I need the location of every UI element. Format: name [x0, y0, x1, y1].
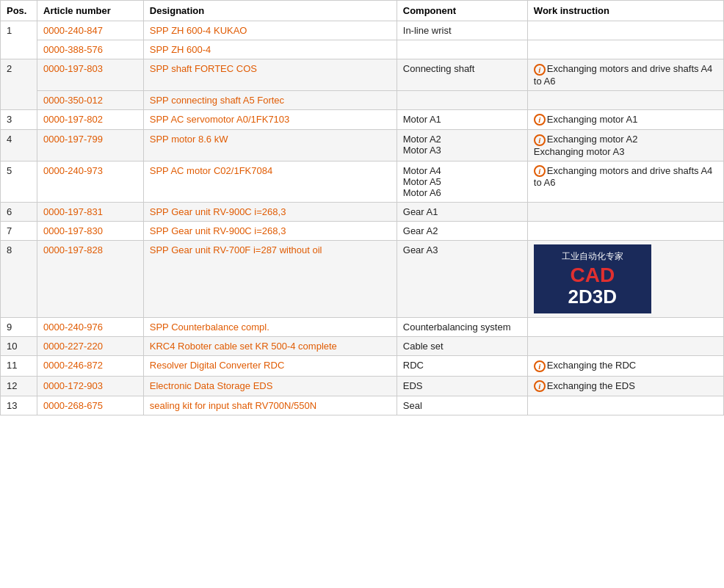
pos-cell: 9 — [1, 318, 37, 337]
pos-cell: 5 — [1, 161, 37, 202]
designation-cell[interactable]: KRC4 Roboter cable set KR 500-4 complete — [143, 337, 397, 356]
info-icon[interactable]: i — [534, 360, 546, 372]
work-instruction-cell: iExchanging motor A1 — [527, 109, 723, 130]
component-cell — [397, 40, 527, 59]
work-instruction-text: Exchanging the RDC — [547, 360, 636, 371]
pos-cell: 8 — [1, 240, 37, 317]
pos-cell: 10 — [1, 337, 37, 356]
component-cell: Gear A1 — [397, 202, 527, 221]
pos-cell: 7 — [1, 221, 37, 240]
component-cell: Motor A1 — [397, 109, 527, 130]
article-cell[interactable]: 0000-197-799 — [37, 130, 144, 161]
article-cell[interactable]: 0000-240-976 — [37, 318, 144, 337]
designation-cell[interactable]: SPP shaft FORTEC COS — [143, 59, 397, 91]
designation-cell[interactable]: SPP AC servomotor A0/1FK7103 — [143, 109, 397, 130]
cad-top-text: 工业自动化专家 — [541, 250, 644, 263]
article-cell[interactable]: 0000-350-012 — [37, 90, 144, 109]
article-cell[interactable]: 0000-240-973 — [37, 161, 144, 202]
table-row: 20000-197-803SPP shaft FORTEC COSConnect… — [1, 59, 724, 91]
pos-cell: 13 — [1, 396, 37, 415]
article-cell[interactable]: 0000-246-872 — [37, 356, 144, 377]
cad-sub-text: 2D3D — [541, 286, 644, 308]
cad-badge: 工业自动化专家CAD2D3D — [534, 244, 651, 313]
work-instruction-cell — [527, 221, 723, 240]
pos-cell: 11 — [1, 356, 37, 377]
work-instruction-cell: iExchanging motors and drive shafts A4 t… — [527, 59, 723, 91]
header-article: Article number — [37, 1, 144, 21]
work-instruction-text: Exchanging motors and drive shafts A4 to… — [534, 165, 712, 189]
designation-cell[interactable]: SPP motor 8.6 kW — [143, 130, 397, 161]
table-row: 40000-197-799SPP motor 8.6 kWMotor A2Mot… — [1, 130, 724, 161]
work-instruction-cell: 工业自动化专家CAD2D3D — [527, 240, 723, 317]
article-cell[interactable]: 0000-388-576 — [37, 40, 144, 59]
component-cell: Gear A3 — [397, 240, 527, 317]
table-row: 60000-197-831SPP Gear unit RV-900C i=268… — [1, 202, 724, 221]
article-cell[interactable]: 0000-172-903 — [37, 376, 144, 396]
component-cell: Counterbalancing system — [397, 318, 527, 337]
article-cell[interactable]: 0000-197-802 — [37, 109, 144, 130]
article-cell[interactable]: 0000-227-220 — [37, 337, 144, 356]
designation-cell[interactable]: SPP connecting shaft A5 Fortec — [143, 90, 397, 109]
info-icon[interactable]: i — [534, 165, 546, 177]
table-row: 90000-240-976SPP Counterbalance compl.Co… — [1, 318, 724, 337]
pos-cell: 6 — [1, 202, 37, 221]
article-cell[interactable]: 0000-197-803 — [37, 59, 144, 91]
header-work-instruction: Work instruction — [527, 1, 723, 21]
article-cell[interactable]: 0000-240-847 — [37, 21, 144, 40]
header-designation: Designation — [143, 1, 397, 21]
component-cell: In-line wrist — [397, 21, 527, 40]
table-row: 0000-388-576SPP ZH 600-4 — [1, 40, 724, 59]
component-cell: Motor A4Motor A5Motor A6 — [397, 161, 527, 202]
article-cell[interactable]: 0000-197-831 — [37, 202, 144, 221]
work-instruction-cell — [527, 40, 723, 59]
work-instruction-cell: iExchanging motors and drive shafts A4 t… — [527, 161, 723, 202]
work-instruction-cell: iExchanging the RDC — [527, 356, 723, 377]
designation-cell[interactable]: SPP Gear unit RV-700F i=287 without oil — [143, 240, 397, 317]
work-instruction-text: Exchanging the EDS — [547, 380, 635, 391]
designation-cell[interactable]: SPP Gear unit RV-900C i=268,3 — [143, 221, 397, 240]
header-pos: Pos. — [1, 1, 37, 21]
work-instruction-cell: iExchanging motor A2Exchanging motor A3 — [527, 130, 723, 161]
work-instruction-cell — [527, 90, 723, 109]
component-cell: Motor A2Motor A3 — [397, 130, 527, 161]
component-cell: Connecting shaft — [397, 59, 527, 91]
component-cell: RDC — [397, 356, 527, 377]
table-row: 110000-246-872Resolver Digital Converter… — [1, 356, 724, 377]
designation-cell[interactable]: SPP Gear unit RV-900C i=268,3 — [143, 202, 397, 221]
table-row: 70000-197-830SPP Gear unit RV-900C i=268… — [1, 221, 724, 240]
article-cell[interactable]: 0000-197-828 — [37, 240, 144, 317]
designation-cell[interactable]: SPP ZH 600-4 KUKAO — [143, 21, 397, 40]
designation-cell[interactable]: SPP AC motor C02/1FK7084 — [143, 161, 397, 202]
info-icon[interactable]: i — [534, 64, 546, 76]
table-row: 0000-350-012SPP connecting shaft A5 Fort… — [1, 90, 724, 109]
info-icon[interactable]: i — [534, 134, 546, 146]
designation-cell[interactable]: SPP ZH 600-4 — [143, 40, 397, 59]
article-cell[interactable]: 0000-197-830 — [37, 221, 144, 240]
article-cell[interactable]: 0000-268-675 — [37, 396, 144, 415]
work-instruction-cell — [527, 21, 723, 40]
pos-cell: 4 — [1, 130, 37, 161]
work-instruction-cell: iExchanging the EDS — [527, 376, 723, 396]
table-row: 50000-240-973SPP AC motor C02/1FK7084Mot… — [1, 161, 724, 202]
designation-cell[interactable]: Resolver Digital Converter RDC — [143, 356, 397, 377]
cad-main-text: CAD — [541, 264, 644, 287]
table-row: 30000-197-802SPP AC servomotor A0/1FK710… — [1, 109, 724, 130]
work-instruction-cell — [527, 318, 723, 337]
info-icon[interactable]: i — [534, 380, 546, 392]
table-row: 10000-240-847SPP ZH 600-4 KUKAOIn-line w… — [1, 21, 724, 40]
work-instruction-cell — [527, 396, 723, 415]
pos-cell: 2 — [1, 59, 37, 110]
designation-cell[interactable]: sealing kit for input shaft RV700N/550N — [143, 396, 397, 415]
work-instruction-text: Exchanging motor A1 — [547, 114, 638, 125]
table-row: 130000-268-675sealing kit for input shaf… — [1, 396, 724, 415]
work-instruction-text: Exchanging motors and drive shafts A4 to… — [534, 63, 712, 87]
component-cell: Gear A2 — [397, 221, 527, 240]
header-component: Component — [397, 1, 527, 21]
designation-cell[interactable]: SPP Counterbalance compl. — [143, 318, 397, 337]
work-instruction-text: Exchanging motor A2Exchanging motor A3 — [534, 134, 638, 157]
pos-cell: 1 — [1, 21, 37, 59]
designation-cell[interactable]: Electronic Data Storage EDS — [143, 376, 397, 396]
work-instruction-cell — [527, 202, 723, 221]
component-cell: Seal — [397, 396, 527, 415]
info-icon[interactable]: i — [534, 114, 546, 126]
